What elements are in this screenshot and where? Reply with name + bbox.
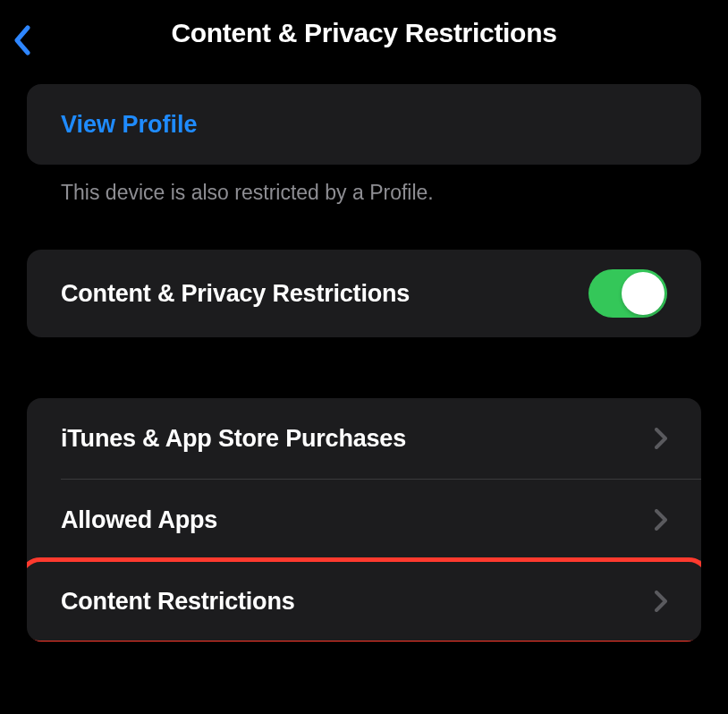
page-title: Content & Privacy Restrictions xyxy=(18,18,710,48)
toggle-knob xyxy=(622,272,665,315)
allowed-apps-row[interactable]: Allowed Apps xyxy=(27,480,701,560)
itunes-purchases-row[interactable]: iTunes & App Store Purchases xyxy=(27,398,701,479)
master-toggle-switch[interactable] xyxy=(588,269,667,318)
spacer xyxy=(27,353,701,398)
chevron-left-icon xyxy=(13,25,32,55)
profile-footer-text: This device is also restricted by a Prof… xyxy=(27,181,701,205)
nav-header: Content & Privacy Restrictions xyxy=(0,0,728,84)
row-label: iTunes & App Store Purchases xyxy=(61,425,655,453)
content-restrictions-row-wrapper: Content Restrictions xyxy=(27,561,701,642)
back-button[interactable] xyxy=(13,25,32,55)
row-label: Content Restrictions xyxy=(61,588,655,616)
view-profile-label: View Profile xyxy=(61,111,198,139)
restrictions-group: iTunes & App Store Purchases Allowed App… xyxy=(27,398,701,642)
content-area: View Profile This device is also restric… xyxy=(0,84,728,642)
chevron-right-icon xyxy=(655,591,667,612)
view-profile-row[interactable]: View Profile xyxy=(27,84,701,165)
chevron-right-icon xyxy=(655,428,667,449)
master-toggle-row: Content & Privacy Restrictions xyxy=(27,250,701,337)
row-label: Allowed Apps xyxy=(61,506,655,534)
master-toggle-label: Content & Privacy Restrictions xyxy=(61,280,588,308)
chevron-right-icon xyxy=(655,509,667,531)
master-toggle-group: Content & Privacy Restrictions xyxy=(27,250,701,337)
content-restrictions-row[interactable]: Content Restrictions xyxy=(27,561,701,642)
profile-group: View Profile xyxy=(27,84,701,165)
